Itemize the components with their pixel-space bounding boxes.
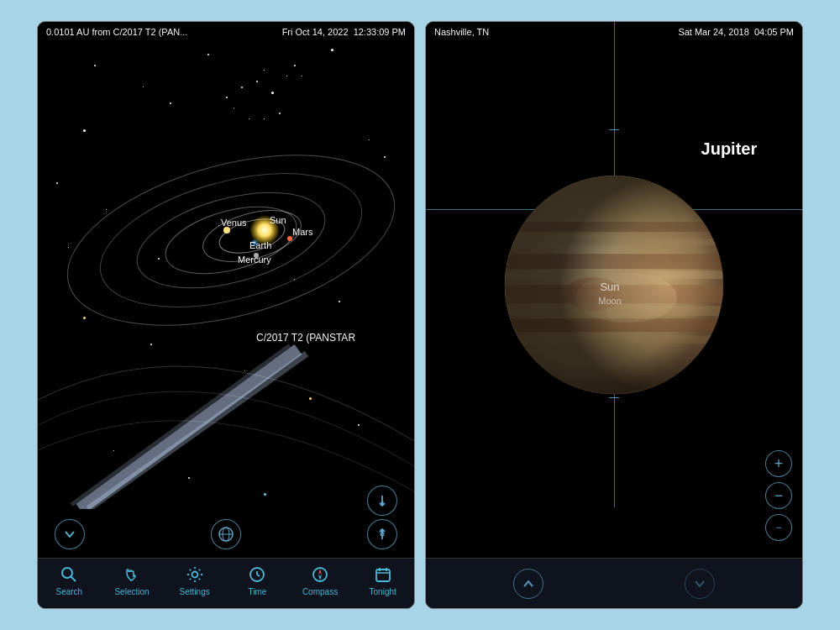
toolbar-compass[interactable]: Compass: [289, 564, 352, 596]
svg-text:Mercury: Mercury: [238, 255, 271, 265]
globe-btn[interactable]: [211, 519, 241, 549]
settings-label: Settings: [180, 587, 210, 596]
jupiter-view: Sun Moon Jupiter: [426, 22, 802, 558]
svg-text:Earth: Earth: [249, 240, 271, 250]
star-field: Venus Sun Mars Mercury Earth C/2017 T2 (…: [38, 22, 414, 558]
compass-icon: [309, 564, 331, 585]
svg-text:Moon: Moon: [598, 296, 622, 306]
tonight-label: Tonight: [370, 587, 396, 596]
north-btn[interactable]: [367, 519, 397, 549]
gear-icon: [184, 564, 206, 585]
compass-arrow-btn[interactable]: [367, 486, 397, 516]
svg-text:Venus: Venus: [221, 218, 247, 228]
svg-line-29: [257, 575, 260, 576]
time-label: Time: [248, 587, 266, 596]
search-label: Search: [55, 587, 82, 596]
svg-line-13: [71, 345, 290, 505]
clock-icon: [246, 564, 268, 585]
selection-label: Selection: [114, 587, 149, 596]
toolbar-time[interactable]: Time: [226, 564, 289, 596]
right-toolbar: [426, 558, 802, 608]
crosshair-tick-top: [609, 129, 619, 130]
jupiter-name-label: Jupiter: [701, 139, 758, 159]
orbit-svg: Venus Sun Mars Mercury Earth C/2017 T2 (…: [38, 22, 414, 509]
right-location-label: Nashville, TN: [434, 27, 489, 37]
zoom-in-btn[interactable]: +: [765, 450, 792, 477]
zoom-out-btn[interactable]: −: [765, 482, 792, 509]
left-phone: 0.0101 AU from C/2017 T2 (PAN... Fri Oct…: [37, 21, 415, 609]
search-icon: [58, 564, 80, 585]
svg-point-3: [159, 194, 304, 286]
calendar-icon: [372, 564, 394, 585]
left-toolbar: Search Selection Settings: [38, 558, 414, 608]
right-chevron-up-btn[interactable]: [513, 569, 543, 599]
chevron-down-btn[interactable]: [55, 519, 85, 549]
toolbar-selection[interactable]: Selection: [101, 564, 164, 596]
hand-icon: [121, 564, 143, 585]
svg-line-12: [88, 354, 307, 509]
left-datetime-label: Fri Oct 14, 2022 12:33:09 PM: [282, 27, 406, 37]
svg-point-26: [192, 572, 197, 578]
left-header: 0.0101 AU from C/2017 T2 (PAN... Fri Oct…: [38, 22, 414, 42]
svg-text:Mars: Mars: [292, 227, 313, 237]
svg-point-0: [50, 123, 413, 356]
svg-point-9: [223, 227, 230, 234]
outer-frame: 0.0101 AU from C/2017 T2 (PAN... Fri Oct…: [17, 13, 823, 617]
toolbar-search[interactable]: Search: [38, 564, 101, 596]
svg-point-24: [62, 568, 72, 578]
right-phone: Nashville, TN Sat Mar 24, 2018 04:05 PM: [425, 21, 803, 609]
right-chevron-down-btn[interactable]: [685, 569, 715, 599]
compass-label: Compass: [302, 587, 338, 596]
svg-point-1: [86, 149, 375, 332]
right-header: Nashville, TN Sat Mar 24, 2018 04:05 PM: [426, 22, 802, 42]
svg-rect-31: [376, 570, 390, 581]
left-distance-label: 0.0101 AU from C/2017 T2 (PAN...: [46, 27, 187, 37]
svg-text:Sun: Sun: [270, 215, 286, 225]
toolbar-tonight[interactable]: Tonight: [351, 564, 414, 596]
toolbar-settings[interactable]: Settings: [163, 564, 226, 596]
zoom-out2-btn[interactable]: −: [765, 514, 792, 541]
svg-line-25: [71, 577, 76, 582]
right-zoom-buttons: + − −: [765, 450, 792, 541]
svg-text:Sun: Sun: [600, 281, 619, 293]
jupiter-svg: Sun Moon: [492, 163, 736, 407]
svg-text:C/2017 T2 (PANSTAR: C/2017 T2 (PANSTAR: [256, 332, 355, 344]
svg-point-2: [127, 175, 335, 306]
right-datetime-label: Sat Mar 24, 2018 04:05 PM: [678, 27, 794, 37]
